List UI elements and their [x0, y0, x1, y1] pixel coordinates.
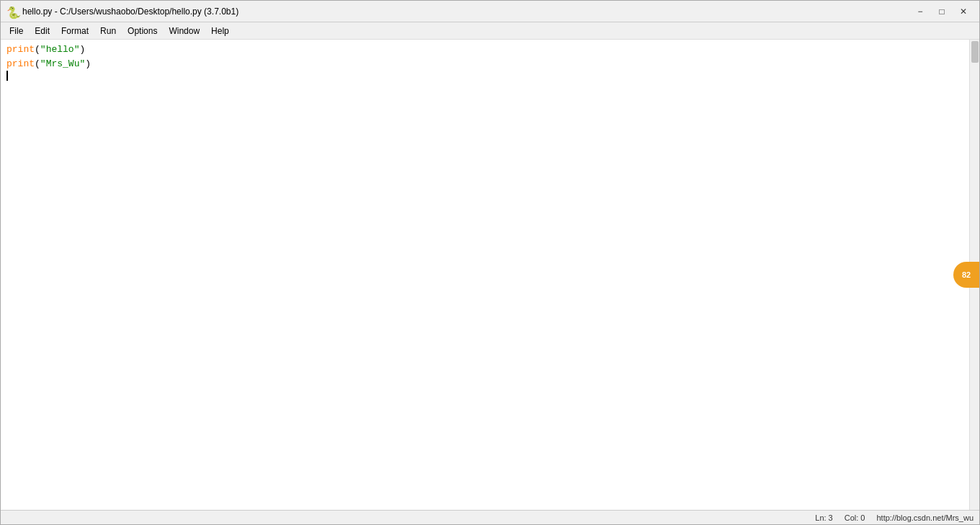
menu-bar: File Edit Format Run Options Window Help	[1, 22, 979, 40]
minimize-button[interactable]: −	[910, 4, 930, 19]
code-line-2: print("Mrs_Wu")	[6, 57, 963, 71]
title-bar: 🐍 hello.py - C:/Users/wushaobo/Desktop/h…	[1, 1, 979, 22]
scrollbar-thumb[interactable]	[971, 41, 979, 63]
menu-format[interactable]: Format	[55, 25, 94, 38]
editor-area: print("hello") print("Mrs_Wu") 82	[1, 40, 979, 510]
status-url: http://blog.csdn.net/Mrs_wu	[876, 513, 974, 522]
text-cursor	[6, 71, 8, 81]
menu-edit[interactable]: Edit	[29, 25, 55, 38]
menu-help[interactable]: Help	[205, 25, 235, 38]
menu-file[interactable]: File	[4, 25, 29, 38]
title-bar-controls: − □ ✕	[910, 4, 974, 19]
code-editor[interactable]: print("hello") print("Mrs_Wu")	[1, 40, 969, 510]
watermark-text: 82	[962, 270, 971, 279]
maximize-button[interactable]: □	[932, 4, 952, 19]
status-line: Ln: 3	[815, 513, 832, 522]
status-bar: Ln: 3 Col: 0 http://blog.csdn.net/Mrs_wu	[1, 510, 979, 524]
status-col: Col: 0	[845, 513, 865, 522]
app-icon: 🐍	[6, 6, 18, 17]
watermark-badge: 82	[953, 262, 979, 288]
window-title: hello.py - C:/Users/wushaobo/Desktop/hel…	[22, 6, 239, 17]
main-window: 🐍 hello.py - C:/Users/wushaobo/Desktop/h…	[0, 0, 980, 525]
code-line-1: print("hello")	[6, 43, 963, 57]
code-line-3	[6, 71, 963, 81]
menu-options[interactable]: Options	[122, 25, 163, 38]
close-button[interactable]: ✕	[953, 4, 974, 19]
title-bar-left: 🐍 hello.py - C:/Users/wushaobo/Desktop/h…	[6, 6, 239, 17]
menu-window[interactable]: Window	[163, 25, 205, 38]
menu-run[interactable]: Run	[94, 25, 122, 38]
